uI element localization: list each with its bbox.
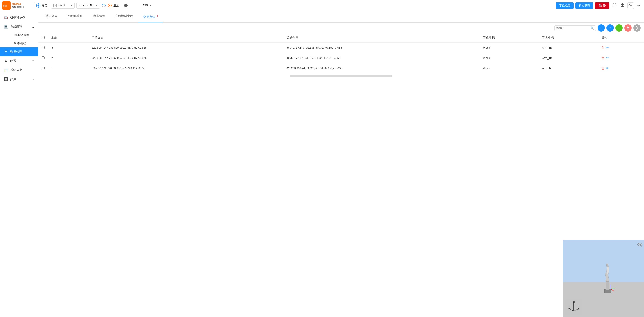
sysinfo-icon: 📊 xyxy=(4,68,8,72)
arm-tip-label: Arm_Tip xyxy=(83,4,93,7)
world-dropdown[interactable]: W World ▼ xyxy=(51,3,74,9)
sidebar-item-label-sysinfo: 系统信息 xyxy=(10,68,34,72)
view-3d-panel: Z Y X xyxy=(563,240,644,317)
tab-trajectory[interactable]: 轨迹列表 xyxy=(40,11,63,23)
sidebar-item-label-config: 配置 xyxy=(10,59,30,63)
view-3d-inner: Z Y X xyxy=(563,240,644,317)
svg-line-18 xyxy=(611,289,614,291)
demo-icon: 🤖 xyxy=(4,15,8,20)
row-edit-button[interactable]: ✏ xyxy=(606,66,609,70)
search-input[interactable] xyxy=(556,27,590,30)
table-body: 3 329.809,-147.738,630.082,1.45,-0.877,0… xyxy=(38,43,644,73)
row-joints: -9.95,-17.177,-33.196,-54.32,-49.191,-0.… xyxy=(283,53,480,63)
main-layout: 🤖 机械臂示教 💻 在线编程 ▲ 图形化编程 脚本编程 🗄 数据管理 ⚙ 配置 … xyxy=(0,11,644,317)
th-actions: 操作 xyxy=(598,34,644,43)
svg-point-7 xyxy=(109,5,110,6)
power-button[interactable]: ⏻ xyxy=(619,2,626,9)
sidebar-item-sysinfo[interactable]: 📊 系统信息 xyxy=(0,66,38,75)
logout-button[interactable]: ⇥ xyxy=(636,2,642,9)
sidebar-item-data[interactable]: 🗄 数据管理 xyxy=(0,47,38,56)
estop-button[interactable]: 急 停 xyxy=(595,2,610,9)
table-area: 🔍 ↓ ↑ + ↑ 🗑 ⟨⟨ xyxy=(38,23,644,317)
row-tool-coord: Arm_Tip xyxy=(538,53,598,63)
row-joints: -9.949,-17.177,-33.195,-54.32,-49.189,-0… xyxy=(283,43,480,53)
row-checkbox-cell xyxy=(38,43,48,53)
upload-button[interactable]: ↑ xyxy=(606,24,614,32)
search-icon: 🔍 xyxy=(590,27,594,30)
fullscreen-button[interactable]: ⛶ xyxy=(611,2,618,9)
row-edit-button[interactable]: ✏ xyxy=(606,46,609,50)
scroll-bar-area xyxy=(38,73,644,79)
row-delete-button[interactable]: 🗑 xyxy=(601,66,604,70)
table-row: 2 329.808,-147.748,630.073,1.45,-0.877,0… xyxy=(38,53,644,63)
online-arrow: ▲ xyxy=(32,25,34,28)
tab-globalpoints[interactable]: 全局点位 ↑ xyxy=(138,11,163,23)
chevron-down-icon-3[interactable]: ▼ xyxy=(150,4,152,7)
collapse-button[interactable]: ⟨⟨ xyxy=(633,24,640,32)
sidebar-item-extend[interactable]: 🔲 扩展 ▼ xyxy=(0,75,38,84)
zero-pose-button[interactable]: 零位姿态 xyxy=(556,2,574,9)
logo-icon: RM xyxy=(2,1,11,10)
tab-graphic[interactable]: 图形化编程 xyxy=(63,11,88,23)
speed-slider[interactable] xyxy=(120,5,142,6)
th-position: 位置姿态 xyxy=(88,34,283,43)
th-name: 名称 xyxy=(48,34,88,43)
search-wrap: 🔍 xyxy=(554,25,596,31)
svg-text:RM: RM xyxy=(3,5,6,7)
row-edit-button[interactable]: ✏ xyxy=(606,56,609,60)
row-checkbox[interactable] xyxy=(42,56,44,59)
arm-tip-dropdown[interactable]: T Arm_Tip ▼ xyxy=(76,3,100,9)
row-checkbox-cell xyxy=(38,63,48,73)
chevron-down-icon: ▼ xyxy=(70,4,73,7)
init-pose-button[interactable]: 初始姿态 xyxy=(576,2,593,9)
row-work-coord: World xyxy=(480,63,538,73)
row-actions: 🗑 ✏ xyxy=(598,63,644,73)
add-point-button[interactable]: + ↑ xyxy=(616,24,623,32)
delete-button[interactable]: 🗑 xyxy=(624,24,632,32)
svg-rect-14 xyxy=(606,266,609,274)
speed-label: 速度 xyxy=(113,4,119,8)
row-checkbox[interactable] xyxy=(42,46,44,49)
row-checkbox[interactable] xyxy=(42,67,44,69)
speed-control: 速度 23% ▼ xyxy=(102,3,152,8)
tab-geo[interactable]: 几何模型参数 xyxy=(110,11,138,23)
hide-3d-button[interactable] xyxy=(637,242,642,248)
th-checkbox xyxy=(38,34,48,43)
sidebar-item-config[interactable]: ⚙ 配置 ▼ xyxy=(0,56,38,66)
sidebar-item-demo[interactable]: 🤖 机械臂示教 xyxy=(0,13,38,22)
row-name: 2 xyxy=(48,53,88,63)
world-icon: W xyxy=(53,4,57,8)
sidebar: 🤖 机械臂示教 💻 在线编程 ▲ 图形化编程 脚本编程 🗄 数据管理 ⚙ 配置 … xyxy=(0,11,38,317)
annotation-arrow-tab: ↑ xyxy=(156,13,158,18)
sidebar-item-script[interactable]: 脚本编程 xyxy=(10,39,38,47)
row-delete-button[interactable]: 🗑 xyxy=(601,46,604,50)
top-header: RM realman 睿尔曼智能 真实 W World ▼ T Arm_Tip … xyxy=(0,0,644,11)
coord-axes-svg: Z Y X xyxy=(567,300,580,313)
scroll-track[interactable] xyxy=(290,75,392,77)
sidebar-item-graphic[interactable]: 图形化编程 xyxy=(10,31,38,39)
row-position: -287.33,171.728,26.636,-2.979,0.114,-0.7… xyxy=(88,63,283,73)
svg-text:Z: Z xyxy=(574,301,575,303)
toggle-button[interactable]: ON xyxy=(628,2,634,9)
tabs-bar: 轨迹列表 图形化编程 脚本编程 几何模型参数 全局点位 ↑ xyxy=(38,11,644,23)
header-right: 零位姿态 初始姿态 急 停 ⛶ ⏻ ON ⇥ xyxy=(556,2,642,9)
row-joints: -26.223,63.544,89.226,-25.36,26.056,41.2… xyxy=(283,63,480,73)
svg-rect-15 xyxy=(606,264,608,267)
download-button[interactable]: ↓ xyxy=(598,24,605,32)
tab-script[interactable]: 脚本编程 xyxy=(88,11,110,23)
row-name: 3 xyxy=(48,43,88,53)
eye-slash-icon xyxy=(637,242,642,247)
row-checkbox-cell xyxy=(38,53,48,63)
mode-icon xyxy=(36,3,41,8)
sidebar-item-online[interactable]: 💻 在线编程 ▲ xyxy=(0,22,38,31)
mode-selector[interactable]: 真实 xyxy=(34,2,50,9)
row-delete-button[interactable]: 🗑 xyxy=(601,56,604,60)
row-work-coord: World xyxy=(480,43,538,53)
logo-area: RM realman 睿尔曼智能 xyxy=(2,1,32,10)
th-tool-coord: 工具坐标 xyxy=(538,34,598,43)
extend-icon: 🔲 xyxy=(4,77,8,81)
row-work-coord: World xyxy=(480,53,538,63)
select-all-checkbox[interactable] xyxy=(42,36,44,39)
mode-label: 真实 xyxy=(42,4,47,8)
row-actions: 🗑 ✏ xyxy=(598,43,644,53)
